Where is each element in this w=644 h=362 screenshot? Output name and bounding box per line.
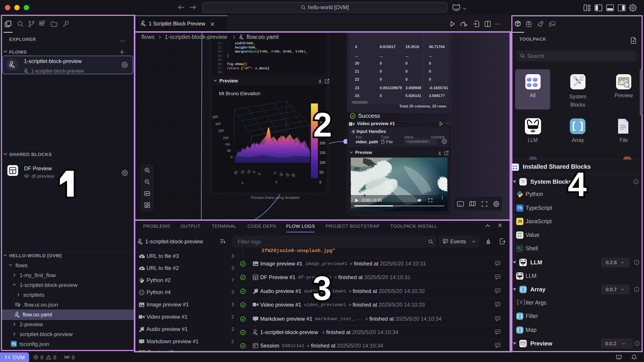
svg-text:0: 0 (257, 172, 262, 176)
svg-text:y: y (276, 180, 278, 183)
svg-text:5: 5 (273, 171, 277, 175)
svg-text:10: 10 (279, 172, 284, 177)
svg-text:!50: !50 (225, 142, 230, 146)
svg-text:0: 0 (230, 155, 232, 159)
svg-text:00: 00 (227, 149, 231, 152)
svg-text:Mt Bruno Elevation: Mt Bruno Elevation (219, 91, 260, 96)
svg-text:15: 15 (240, 169, 245, 175)
svg-text:350: 350 (213, 115, 218, 119)
svg-text:20: 20 (233, 170, 238, 175)
svg-text:150: 150 (320, 151, 326, 155)
svg-text:x: x (242, 181, 244, 185)
svg-text:5: 5 (252, 170, 256, 174)
svg-text:50: 50 (320, 171, 324, 174)
svg-text:100: 100 (320, 161, 326, 164)
svg-text:250: 250 (218, 129, 224, 133)
svg-text:200: 200 (223, 136, 228, 140)
svg-text:20: 20 (291, 173, 296, 178)
svg-text:0: 0 (320, 180, 322, 184)
svg-text:15: 15 (285, 172, 290, 177)
svg-text:10: 10 (246, 169, 251, 174)
svg-text:300: 300 (215, 122, 221, 126)
